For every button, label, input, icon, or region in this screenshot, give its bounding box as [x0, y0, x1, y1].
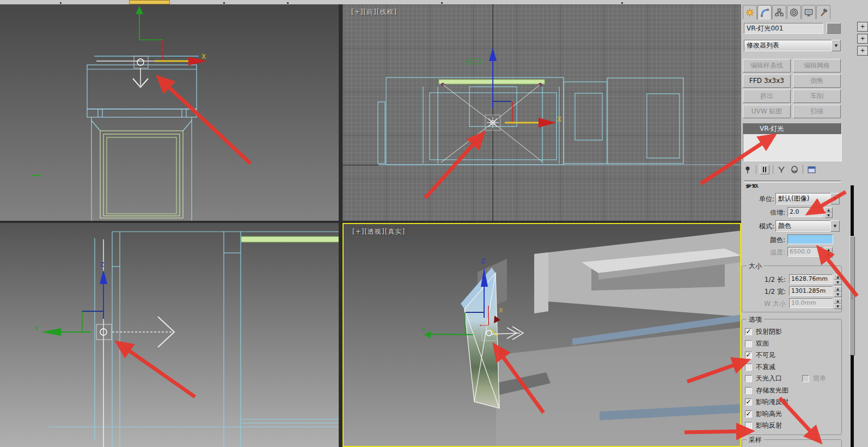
option-label: 简单 — [813, 374, 826, 383]
checkbox-unchecked[interactable] — [802, 375, 809, 382]
temperature-label: 温度: — [755, 247, 785, 257]
viewport-top-left[interactable]: X — [0, 4, 339, 221]
size-row: 1/2 长:1628.76mm▲▼ — [742, 274, 841, 286]
checkbox-checked[interactable]: ✓ — [745, 398, 752, 406]
chevron-down-icon[interactable]: ▼ — [830, 193, 840, 204]
options-group: 选项 ✓投射阴影双面✓不可见不衰减天光入口简单存储发光图✓影响漫反射✓影响高光影… — [742, 319, 842, 435]
vray-light-plane-textured[interactable] — [461, 268, 499, 408]
modifier-button-8[interactable]: 扫描 — [793, 105, 841, 118]
transform-gizmo[interactable]: X — [485, 47, 561, 130]
configure-modifier-sets-icon[interactable] — [806, 165, 816, 174]
toolbar-flyout-mark — [60, 2, 62, 4]
transform-gizmo[interactable]: X — [96, 6, 207, 87]
tab-display[interactable] — [802, 5, 816, 19]
unit-dropdown[interactable]: 默认(图像) ▼ — [775, 193, 840, 204]
sampling-group-title: 采样 — [747, 436, 764, 445]
command-panel-tabs — [743, 5, 830, 20]
viewport-front[interactable]: X [+][前][线框] — [343, 4, 741, 221]
option-row: ✓投射阴影 — [742, 326, 841, 338]
toolbar-flyout-mark — [621, 2, 623, 4]
light-color-swatch[interactable] — [787, 234, 833, 244]
viewport-bottom-left[interactable]: Z Y — [0, 223, 339, 447]
viewport-label-front[interactable]: [+][前][线框] — [351, 8, 397, 17]
option-row: 双面 — [742, 338, 841, 350]
make-unique-icon[interactable] — [777, 165, 786, 174]
z-axis-label: Z — [100, 261, 105, 268]
multiplier-spinner[interactable]: ▲▼ — [824, 207, 833, 217]
checkbox-unchecked[interactable] — [745, 340, 752, 347]
mode-dropdown[interactable]: 颜色 ▼ — [775, 220, 840, 232]
temperature-field[interactable]: 6500.0 — [787, 247, 823, 257]
show-end-result-icon[interactable] — [760, 165, 769, 174]
checkbox-unchecked[interactable] — [745, 387, 752, 394]
tab-create[interactable] — [743, 5, 757, 19]
panel-scrollbar-thumb[interactable] — [849, 236, 855, 355]
modifier-button-3[interactable]: FFD 3x3x3 — [743, 74, 791, 88]
size-row-field[interactable]: 1628.76mm — [789, 274, 833, 284]
rollup-shortcut-3[interactable]: + — [857, 46, 868, 56]
y-axis-label: Y — [421, 327, 426, 334]
modifier-button-7[interactable]: UVW 贴图 — [743, 105, 791, 118]
object-color-swatch[interactable] — [827, 23, 841, 34]
active-tool-button[interactable] — [129, 0, 170, 4]
modifier-stack-item[interactable]: VR-灯光 — [743, 124, 841, 134]
tab-motion[interactable] — [787, 5, 801, 19]
size-row-spinner[interactable]: ▲▼ — [834, 274, 842, 284]
modifier-list-dropdown[interactable]: 修改器列表 ▼ — [744, 40, 841, 51]
option-label: 不可见 — [756, 351, 775, 360]
option-label: 影响高光 — [756, 409, 782, 419]
modifier-button-6[interactable]: 车削 — [793, 89, 841, 103]
modifier-stack: VR-灯光 — [743, 123, 842, 161]
size-row-spinner[interactable]: ▲▼ — [834, 298, 842, 308]
option-label: 存储发光图 — [756, 386, 788, 395]
transform-gizmo[interactable]: Z Y — [34, 261, 174, 347]
fireplace-opening-frame — [100, 131, 183, 218]
panel-divider — [744, 180, 841, 183]
viewport-perspective[interactable]: Z Y X — [343, 223, 741, 447]
size-row-field[interactable]: 10.0mm — [789, 298, 833, 308]
size-row-label: 1/2 宽: — [742, 287, 786, 297]
multiplier-label: 倍增: — [755, 208, 785, 218]
option-row: 影响反射 — [742, 420, 841, 432]
tab-hierarchy[interactable] — [772, 5, 786, 19]
tab-utilities[interactable] — [816, 5, 830, 19]
option-label: 投射阴影 — [756, 327, 782, 336]
size-row-label: W 大小 — [742, 299, 786, 309]
chevron-down-icon[interactable]: ▼ — [830, 220, 840, 232]
hammer-icon — [819, 8, 828, 17]
params-rollout-header[interactable]: 参数 — [745, 184, 838, 190]
rollup-shortcut-2[interactable]: + — [857, 34, 868, 44]
toolbar-flyout-mark — [287, 2, 289, 4]
option-label: 影响漫反射 — [756, 397, 788, 407]
motion-icon — [790, 8, 798, 17]
tab-modify[interactable] — [757, 5, 772, 20]
rollup-shortcut-1[interactable]: + — [857, 22, 868, 32]
checkbox-checked[interactable]: ✓ — [745, 328, 752, 335]
command-panel: VR-灯光001 修改器列表 ▼ 编辑样条线编辑网格FFD 3x3x3倒角挤出车… — [741, 0, 868, 447]
pin-stack-icon[interactable] — [743, 165, 753, 174]
chevron-down-icon[interactable]: ▼ — [832, 40, 841, 51]
vray-light-plane[interactable] — [241, 237, 339, 242]
x-axis-label: X — [557, 116, 561, 123]
unit-label: 单位: — [744, 194, 774, 204]
checkbox-unchecked[interactable] — [745, 364, 752, 371]
modifier-button-5[interactable]: 挤出 — [743, 89, 791, 103]
size-group-title: 大小 — [747, 262, 764, 271]
size-row-field[interactable]: 1301.285m — [789, 286, 833, 296]
modifier-button-4[interactable]: 倒角 — [793, 74, 841, 88]
room-wireframe — [378, 77, 683, 165]
modifier-button-1[interactable]: 编辑样条线 — [743, 59, 791, 73]
object-name-field[interactable]: VR-灯光001 — [744, 23, 823, 34]
multiplier-field[interactable]: 2.0 — [787, 207, 823, 217]
size-row-spinner[interactable]: ▲▼ — [834, 286, 842, 296]
modifier-button-2[interactable]: 编辑网格 — [793, 59, 841, 73]
modify-arc-icon — [760, 8, 769, 17]
remove-modifier-icon[interactable] — [790, 165, 799, 174]
grid-axis-mark — [469, 59, 480, 64]
checkbox-checked[interactable]: ✓ — [745, 352, 752, 359]
checkbox-checked[interactable]: ✓ — [745, 410, 752, 418]
checkbox-unchecked[interactable] — [745, 422, 752, 429]
temperature-spinner[interactable]: ▲▼ — [824, 247, 833, 257]
checkbox-unchecked[interactable] — [745, 375, 752, 382]
viewport-label-perspective[interactable]: [+][透视][真实] — [352, 227, 405, 237]
